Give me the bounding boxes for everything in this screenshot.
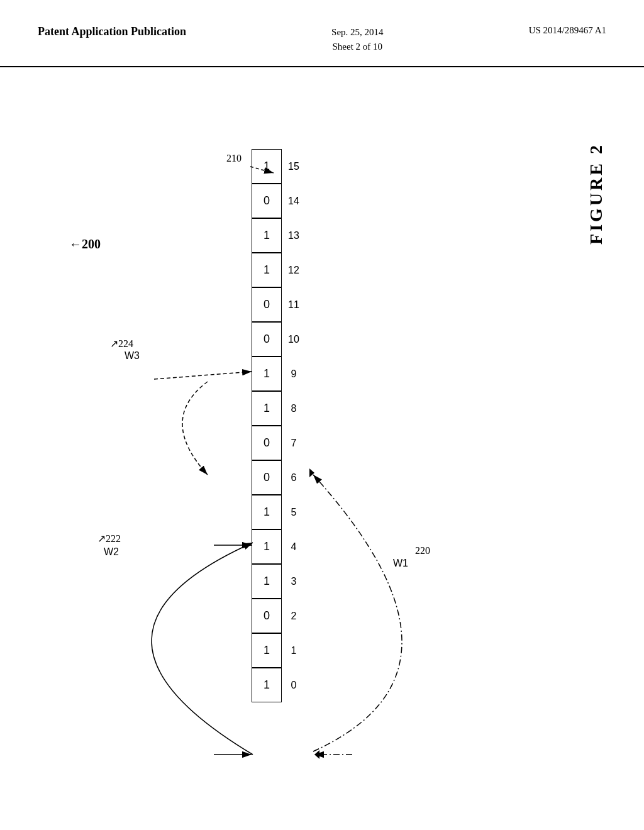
table-row: 06 <box>252 460 303 495</box>
table-row: 18 <box>252 391 303 426</box>
bit-index: 13 <box>284 218 303 253</box>
table-row: 010 <box>252 322 303 357</box>
bit-value: 1 <box>252 357 282 391</box>
ref-222-label: ↗222 <box>97 533 121 545</box>
patent-number: US 2014/289467 A1 <box>529 25 606 36</box>
figure-label: FIGURE 2 <box>586 143 606 245</box>
w1-label: W1 <box>393 558 408 569</box>
bit-index: 10 <box>284 322 303 357</box>
publication-label: Patent Application Publication <box>38 25 186 38</box>
bit-value: 1 <box>252 149 282 184</box>
table-row: 11 <box>252 633 303 668</box>
bit-value: 1 <box>252 218 282 253</box>
bit-value: 1 <box>252 391 282 426</box>
bit-index: 12 <box>284 253 303 287</box>
bit-value: 1 <box>252 495 282 529</box>
ref-210: 210 <box>226 153 242 164</box>
table-row: 011 <box>252 287 303 322</box>
bit-value: 0 <box>252 287 282 322</box>
bit-index: 9 <box>284 357 303 391</box>
bit-value: 0 <box>252 426 282 460</box>
table-row: 014 <box>252 184 303 218</box>
bit-value: 1 <box>252 633 282 668</box>
table-row: 15 <box>252 495 303 529</box>
bit-index: 2 <box>284 599 303 633</box>
table-row: 13 <box>252 564 303 599</box>
ref-220-label: 220 <box>415 545 430 556</box>
table-row: 10 <box>252 668 303 702</box>
table-row: 112 <box>252 253 303 287</box>
table-row: 02 <box>252 599 303 633</box>
diagram-svg <box>0 67 644 809</box>
table-row: 19 <box>252 357 303 391</box>
bit-table: 11501411311201101019180706151413021110 <box>252 149 303 702</box>
bit-index: 11 <box>284 287 303 322</box>
bit-value: 0 <box>252 460 282 495</box>
w3-label: W3 <box>125 350 140 362</box>
svg-line-6 <box>154 372 252 379</box>
bit-value: 1 <box>252 253 282 287</box>
bit-index: 1 <box>284 633 303 668</box>
bit-value: 0 <box>252 322 282 357</box>
bit-index: 6 <box>284 460 303 495</box>
bit-index: 4 <box>284 529 303 564</box>
bit-index: 8 <box>284 391 303 426</box>
bit-index: 0 <box>284 668 303 702</box>
sheet-info: Sep. 25, 2014 Sheet 2 of 10 <box>331 25 384 53</box>
sheet-label: Sheet 2 of 10 <box>333 42 383 52</box>
bit-index: 5 <box>284 495 303 529</box>
bit-value: 1 <box>252 529 282 564</box>
ref-200: ←200 <box>69 237 101 252</box>
table-row: 115 <box>252 149 303 184</box>
table-row: 07 <box>252 426 303 460</box>
bit-index: 15 <box>284 149 303 184</box>
table-row: 14 <box>252 529 303 564</box>
bit-index: 7 <box>284 426 303 460</box>
diagram-area: FIGURE 2 ←200 210 1150141131120110101918… <box>0 67 644 809</box>
bit-index: 14 <box>284 184 303 218</box>
table-row: 113 <box>252 218 303 253</box>
bit-value: 1 <box>252 564 282 599</box>
svg-marker-8 <box>314 750 319 759</box>
w2-label: W2 <box>104 546 119 558</box>
page-header: Patent Application Publication Sep. 25, … <box>0 0 644 67</box>
ref-224-label: ↗224 <box>110 338 133 350</box>
bit-value: 0 <box>252 599 282 633</box>
svg-marker-7 <box>309 468 314 477</box>
date-label: Sep. 25, 2014 <box>331 27 384 37</box>
bit-value: 0 <box>252 184 282 218</box>
bit-index: 3 <box>284 564 303 599</box>
bit-value: 1 <box>252 668 282 702</box>
